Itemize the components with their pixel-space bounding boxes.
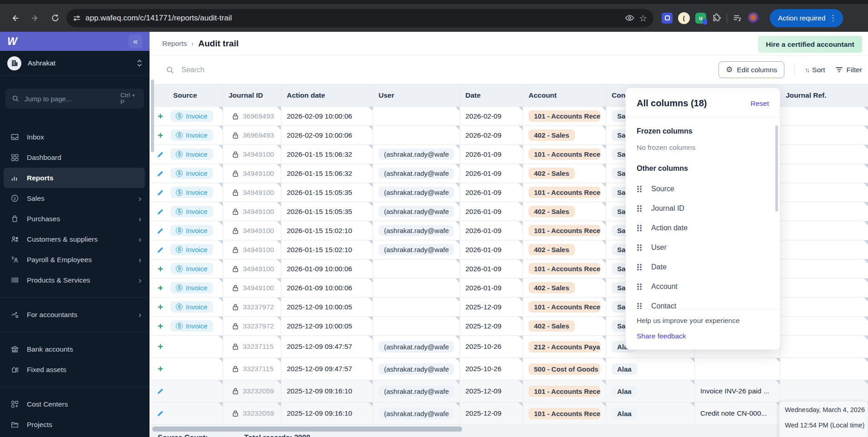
extension-icon-1[interactable] [662,13,673,24]
cell-action-date[interactable]: 2026-01-15 15:02:10 [281,221,373,240]
table-row[interactable]: 332320592025-12-09 09:16:10(ashrakat.rad… [150,402,868,425]
edit-row-icon[interactable] [157,246,164,253]
table-row[interactable]: +332371152025-12-09 09:47:57(ashrakat.ra… [150,358,868,380]
edit-row-icon[interactable] [157,208,164,215]
edit-row-icon[interactable] [157,151,164,158]
media-queue-icon[interactable] [733,13,742,23]
cell-journal-id[interactable]: 33237972 [223,298,281,317]
cell-journal-id[interactable]: 34949100 [223,278,281,298]
cell-account[interactable]: 101 - Accounts Receiv [523,402,606,425]
search-input[interactable] [181,66,318,74]
edit-row-icon[interactable] [157,170,164,177]
cell-date[interactable]: 2026-01-09 [460,278,523,298]
sidebar-item-inbox[interactable]: Inbox [0,127,150,147]
source-chip[interactable]: SInvoice [170,149,213,160]
panel-column-item-account[interactable]: Account [637,277,769,296]
cell-source[interactable]: +SInvoice [150,259,223,278]
horizontal-scrollbar[interactable] [152,427,462,432]
account-chip[interactable]: 101 - Accounts Receiv [529,225,600,236]
user-chip[interactable]: (ashrakat.rady@wafe [379,341,454,353]
cell-date[interactable]: 2026-01-09 [460,259,523,278]
drag-handle-icon[interactable] [637,185,642,193]
user-chip[interactable]: (ashrakat.rady@wafe [379,244,454,255]
source-chip[interactable]: SInvoice [170,320,213,332]
cell-user[interactable]: (ashrakat.rady@wafe [373,183,460,202]
cell-source[interactable]: + [150,336,223,358]
cell-account[interactable]: 402 - Sales [523,202,606,221]
source-chip[interactable]: SInvoice [170,225,213,236]
contact-chip[interactable]: Alaa [612,363,637,375]
edit-row-icon[interactable] [157,387,164,395]
cell-journal-ref[interactable] [780,221,868,240]
account-chip[interactable]: 402 - Sales [529,168,575,179]
drag-handle-icon[interactable] [637,244,642,251]
sidebar-item-cost-centers[interactable]: Cost Centers [0,394,150,414]
panel-column-item-date[interactable]: Date [637,257,769,277]
cell-journal-ref[interactable] [780,202,868,221]
cell-user[interactable] [373,317,460,336]
cell-journal-id[interactable]: 33237972 [223,317,281,336]
cell-action-date[interactable]: 2025-12-09 09:16:10 [281,380,373,402]
cell-journal-id[interactable]: 34949100 [223,164,281,183]
cell-source[interactable]: + [150,358,223,380]
extension-icon-2[interactable]: ( [678,12,690,24]
cell-user[interactable]: (ashrakat.rady@wafe [373,202,460,221]
cell-journal-id[interactable]: 34949100 [223,202,281,221]
add-row-icon[interactable]: + [157,111,164,122]
content-vertical-scrollbar[interactable] [151,79,154,152]
edit-row-icon[interactable] [157,227,164,234]
user-chip[interactable]: (ashrakat.rady@wafe [379,225,454,236]
address-bar[interactable]: app.wafeq.com/c/141771/reports/audit-tra… [66,9,653,27]
jump-to-page-input[interactable] [25,95,115,103]
cell-date[interactable]: 2026-01-09 [460,202,523,221]
cell-date[interactable]: 2025-10-26 [460,358,523,380]
cell-date[interactable]: 2026-02-09 [460,126,523,145]
breadcrumb-reports-link[interactable]: Reports [162,40,187,48]
cell-user[interactable]: (ashrakat.rady@wafe [373,164,460,183]
user-chip[interactable]: (ashrakat.rady@wafe [379,386,454,397]
account-chip[interactable]: 212 - Accounts Payab [529,341,600,353]
cell-account[interactable]: 402 - Sales [523,317,606,336]
drag-handle-icon[interactable] [637,283,642,290]
cell-action-date[interactable]: 2026-01-15 15:06:32 [281,145,373,164]
jump-to-page-search[interactable]: Ctrl + P [5,89,144,109]
column-header-journal-id[interactable]: Journal ID [223,84,281,107]
add-row-icon[interactable]: + [157,302,164,313]
share-feedback-link[interactable]: Share feedback [637,332,769,340]
account-chip[interactable]: 500 - Cost of Goods S [529,363,600,375]
cell-journal-ref[interactable] [780,164,868,183]
cell-date[interactable]: 2025-12-09 [460,402,523,425]
cell-date[interactable]: 2025-12-09 [460,317,523,336]
panel-column-item-action-date[interactable]: Action date [637,218,769,238]
cell-journal-id[interactable]: 36969493 [223,107,281,126]
panel-column-item-journal-id[interactable]: Journal ID [637,199,769,218]
cell-action-date[interactable]: 2026-01-15 15:02:10 [281,240,373,259]
account-chip[interactable]: 402 - Sales [529,129,575,141]
panel-column-item-source[interactable]: Source [637,179,769,199]
source-chip[interactable]: SInvoice [170,187,213,198]
account-chip[interactable]: 101 - Accounts Receiv [529,187,600,198]
sidebar-item-dashboard[interactable]: Dashboard [0,147,150,168]
column-header-user[interactable]: User [373,84,460,107]
column-header-account[interactable]: Account [523,84,606,107]
cell-description[interactable]: Invoice INV-26 paid ... [695,380,780,402]
edit-row-icon[interactable] [157,410,164,417]
account-chip[interactable]: 402 - Sales [529,320,575,332]
cell-date[interactable]: 2026-01-09 [460,145,523,164]
add-row-icon[interactable]: + [157,321,164,332]
cell-action-date[interactable]: 2025-12-09 09:16:10 [281,402,373,425]
cell-journal-ref[interactable] [780,358,868,380]
extensions-puzzle-icon[interactable] [712,13,721,23]
cell-journal-ref[interactable] [780,107,868,126]
sidebar-item-bank-accounts[interactable]: Bank accounts [0,339,150,359]
cell-action-date[interactable]: 2026-02-09 10:00:06 [281,126,373,145]
cell-contact[interactable]: Alaa [606,358,695,380]
sidebar-item-reports[interactable]: Reports [4,168,145,188]
cell-user[interactable]: (ashrakat.rady@wafe [373,380,460,402]
edit-columns-button[interactable]: ⚙ Edit columns [718,61,784,78]
account-chip[interactable]: 402 - Sales [529,282,575,293]
account-chip[interactable]: 101 - Accounts Receiv [529,263,600,274]
cell-journal-ref[interactable] [780,278,868,298]
cell-journal-id[interactable]: 36969493 [223,126,281,145]
add-row-icon[interactable]: + [157,363,164,374]
